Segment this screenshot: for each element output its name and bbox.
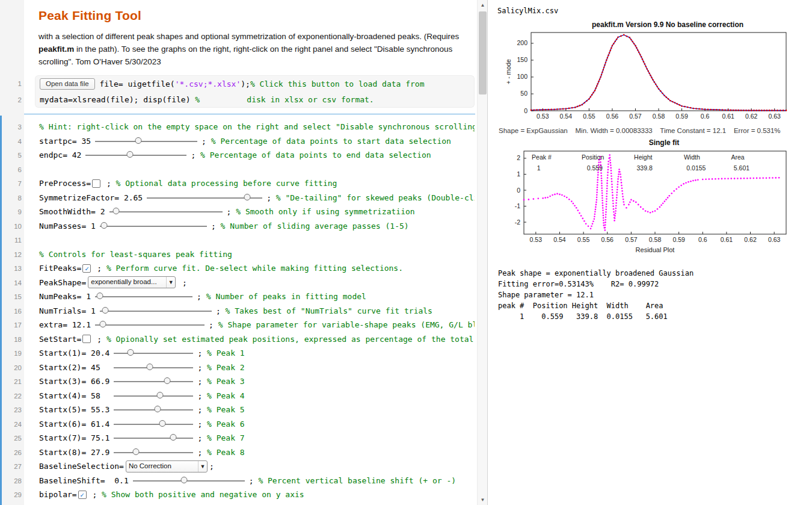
line-content[interactable]: Startx(5)= 55.3; % Peak 5 <box>35 403 475 417</box>
slider-control[interactable] <box>114 420 193 429</box>
line-content[interactable] <box>35 233 475 247</box>
slider-track[interactable] <box>100 226 207 227</box>
value-field[interactable]: 20.4 <box>91 349 109 358</box>
line-content[interactable]: SymmetrizeFactor= 2.65; % "De-tailing" f… <box>35 191 475 205</box>
value-field[interactable]: 42 <box>72 150 82 160</box>
slider-thumb[interactable] <box>135 137 141 144</box>
slider-track[interactable] <box>95 296 192 297</box>
slider-thumb[interactable] <box>128 349 134 356</box>
line-content[interactable]: NumTrials= 1; % Takes best of "NumTrials… <box>35 304 475 318</box>
slider-thumb[interactable] <box>97 293 103 299</box>
value-field[interactable]: 66.9 <box>91 377 109 386</box>
line-content[interactable]: NumPasses= 1; % Number of sliding averag… <box>35 219 475 234</box>
slider-track[interactable] <box>95 141 197 142</box>
line-content[interactable]: % Hint: right-click on the empty space o… <box>35 120 475 134</box>
value-field[interactable]: 2 <box>100 207 105 216</box>
slider-thumb[interactable] <box>181 477 188 483</box>
dropdown-control[interactable]: No Correction▼ <box>126 460 208 472</box>
slider-thumb[interactable] <box>133 448 140 455</box>
slider-thumb[interactable] <box>156 392 163 398</box>
line-content[interactable]: PeakShape=exponentially broad...▼ ; <box>35 276 475 290</box>
slider-control[interactable] <box>95 292 192 301</box>
slider-control[interactable] <box>95 137 197 146</box>
open-data-file-button[interactable]: Open data file <box>40 78 95 90</box>
line-content[interactable]: Open data file file= uigetfile('*.csv;*.… <box>35 75 475 91</box>
residual-plot[interactable]: 0.530.540.550.560.570.580.590.60.610.620… <box>496 147 791 255</box>
value-field[interactable]: 58 <box>91 391 100 400</box>
slider-thumb[interactable] <box>112 208 119 214</box>
vertical-scrollbar[interactable]: ▲ ▼ <box>477 0 487 505</box>
slider-track[interactable] <box>114 367 193 368</box>
line-content[interactable]: Startx(4)= 58 ; % Peak 4 <box>35 389 475 403</box>
slider-track[interactable] <box>114 395 193 397</box>
value-field[interactable]: 35 <box>81 137 91 146</box>
scroll-down-arrow-icon[interactable]: ▼ <box>478 495 488 505</box>
slider-control[interactable] <box>85 150 186 160</box>
value-field[interactable]: 0.1 <box>114 476 128 485</box>
slider-thumb[interactable] <box>127 151 134 158</box>
line-content[interactable]: PreProcess= ; % Optional data processing… <box>35 176 475 191</box>
line-content[interactable] <box>35 163 475 177</box>
slider-track[interactable] <box>133 480 245 482</box>
checkbox-control[interactable] <box>82 335 91 343</box>
slider-control[interactable] <box>114 363 193 372</box>
slider-thumb[interactable] <box>146 364 153 370</box>
value-field[interactable]: 1 <box>91 222 96 231</box>
line-content[interactable]: Startx(1)= 20.4; % Peak 1 <box>35 346 475 361</box>
value-field[interactable]: 1 <box>91 306 96 315</box>
slider-track[interactable] <box>85 155 186 156</box>
slider-control[interactable] <box>100 222 207 231</box>
slider-control[interactable] <box>95 320 205 329</box>
line-content[interactable]: NumPeaks= 1; % Number of peaks in fittin… <box>35 290 475 304</box>
line-content[interactable]: SetStart= ; % Opionally set estimated pe… <box>35 332 475 347</box>
line-content[interactable]: Startx(7)= 75.1; % Peak 7 <box>35 431 475 445</box>
slider-control[interactable] <box>114 349 193 358</box>
line-content[interactable]: BaselineSelection=No Correction▼; <box>35 459 475 474</box>
slider-thumb[interactable] <box>102 307 109 314</box>
slider-track[interactable] <box>100 311 212 312</box>
fit-plot[interactable]: 0.530.540.550.560.570.580.590.60.610.620… <box>496 29 791 123</box>
value-field[interactable]: 61.4 <box>91 420 109 429</box>
slider-control[interactable] <box>114 391 193 400</box>
slider-track[interactable] <box>114 409 193 411</box>
dropdown-control[interactable]: exponentially broad...▼ <box>88 276 176 288</box>
value-field[interactable]: 12.1 <box>72 320 91 329</box>
value-field[interactable]: 1 <box>86 292 91 301</box>
slider-control[interactable] <box>114 448 193 457</box>
checkbox-control[interactable] <box>92 179 100 188</box>
value-field[interactable]: 45 <box>91 363 100 372</box>
scroll-up-arrow-icon[interactable]: ▲ <box>478 0 488 10</box>
slider-control[interactable] <box>114 405 193 414</box>
slider-thumb[interactable] <box>101 222 108 229</box>
editor-pane[interactable]: Peak Fitting Tool with a selection of di… <box>0 0 477 505</box>
slider-track[interactable] <box>114 424 193 425</box>
slider-track[interactable] <box>114 353 193 354</box>
slider-control[interactable] <box>147 193 262 202</box>
slider-control[interactable] <box>109 207 223 216</box>
value-field[interactable]: 55.3 <box>91 405 109 414</box>
slider-thumb[interactable] <box>244 194 251 200</box>
line-content[interactable]: FitPeaks=✓ ; % Perform curve fit. De-sel… <box>35 261 475 276</box>
value-field[interactable]: 2.65 <box>124 193 143 202</box>
line-content[interactable]: extra= 12.1; % Shape parameter for varia… <box>35 318 475 332</box>
slider-control[interactable] <box>133 476 245 485</box>
line-content[interactable]: SmoothWidth= 2; % Smooth only if using s… <box>35 205 475 219</box>
slider-thumb[interactable] <box>159 420 165 427</box>
slider-thumb[interactable] <box>170 434 177 441</box>
output-panel[interactable]: SalicylMix.csv peakfit.m Version 9.9 No … <box>487 0 812 505</box>
slider-track[interactable] <box>114 452 193 453</box>
slider-control[interactable] <box>114 377 193 386</box>
line-content[interactable]: Startx(3)= 66.9; % Peak 3 <box>35 374 475 389</box>
slider-thumb[interactable] <box>155 406 161 412</box>
slider-thumb[interactable] <box>164 377 170 384</box>
value-field[interactable]: 27.9 <box>91 448 109 457</box>
slider-track[interactable] <box>114 381 193 382</box>
slider-track[interactable] <box>114 438 193 439</box>
value-field[interactable]: 75.1 <box>91 433 109 442</box>
checkbox-control[interactable]: ✓ <box>78 491 87 499</box>
line-content[interactable]: Startx(8)= 27.9; % Peak 8 <box>35 445 475 460</box>
line-content[interactable]: endpc= 42; % Percentage of data points t… <box>35 148 475 163</box>
line-content[interactable]: BaselineShift= 0.1; % Percent vertical b… <box>35 474 475 488</box>
slider-control[interactable] <box>114 433 193 442</box>
line-content[interactable]: startpc= 35; % Percentage of data points… <box>35 134 475 149</box>
